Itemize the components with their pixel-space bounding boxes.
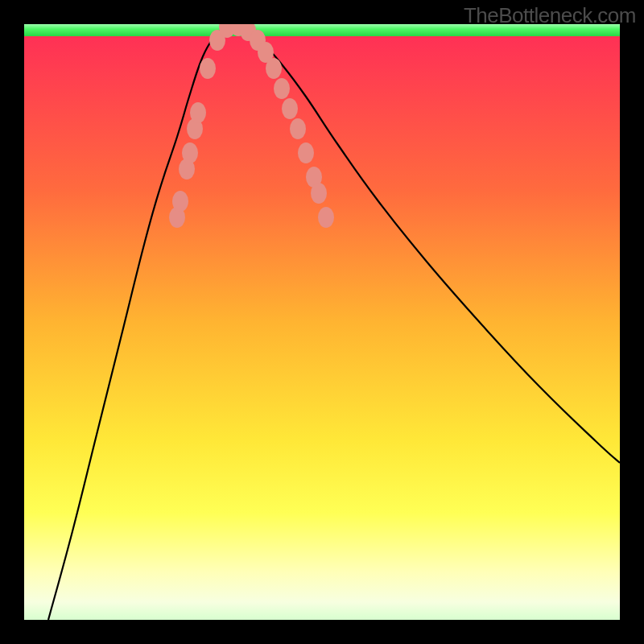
data-marker <box>311 183 327 204</box>
data-marker <box>172 191 188 212</box>
gradient-background <box>24 24 620 620</box>
data-marker <box>274 78 290 99</box>
chart-frame <box>24 24 620 620</box>
bottleneck-chart <box>24 24 620 620</box>
data-marker <box>290 118 306 139</box>
data-marker <box>200 58 216 79</box>
data-marker <box>190 102 206 123</box>
green-band <box>24 24 620 36</box>
data-marker <box>318 207 334 228</box>
data-marker <box>282 98 298 119</box>
data-marker <box>266 58 282 79</box>
data-marker <box>298 142 314 163</box>
data-marker <box>182 142 198 163</box>
